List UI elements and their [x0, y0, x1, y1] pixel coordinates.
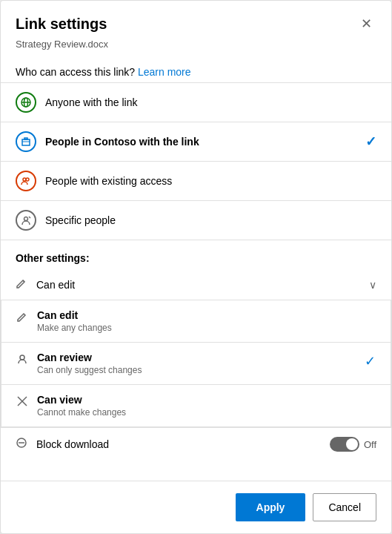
access-option-specific[interactable]: Specific people	[1, 201, 391, 240]
edit-icon	[16, 309, 28, 326]
review-title: Can review	[37, 352, 365, 363]
contoso-check: ✓	[365, 134, 376, 150]
review-icon	[16, 352, 28, 368]
permissions-dropdown[interactable]: Can edit ∨	[1, 270, 391, 300]
svg-rect-4	[24, 138, 27, 139]
review-desc: Can only suggest changes	[37, 365, 365, 375]
view-icon	[16, 394, 28, 410]
view-desc: Cannot make changes	[37, 407, 376, 418]
file-subtitle: Strategy Review.docx	[1, 39, 391, 59]
pencil-icon	[16, 277, 27, 292]
block-icon	[16, 437, 27, 452]
edit-desc: Make any changes	[37, 323, 376, 333]
svg-line-9	[29, 217, 30, 218]
dialog-title: Link settings	[16, 16, 107, 33]
access-options-list: Anyone with the link People in Contoso w…	[1, 82, 391, 240]
access-option-contoso[interactable]: People in Contoso with the link ✓	[1, 122, 391, 162]
toggle-container: Off	[330, 437, 376, 452]
view-title: Can view	[37, 394, 376, 406]
permission-view[interactable]: Can view Cannot make changes	[1, 385, 391, 426]
specific-icon	[16, 210, 36, 231]
block-download-toggle[interactable]	[330, 437, 359, 452]
existing-label: People with existing access	[45, 175, 172, 187]
permissions-options: Can edit Make any changes Can review Can…	[1, 300, 391, 427]
svg-point-8	[24, 217, 28, 221]
learn-more-link[interactable]: Learn more	[138, 66, 191, 78]
dialog-footer: Apply Cancel	[1, 481, 391, 533]
specific-label: Specific people	[45, 214, 116, 226]
toggle-state-label: Off	[364, 439, 376, 450]
access-option-anyone[interactable]: Anyone with the link	[1, 83, 391, 122]
apply-button[interactable]: Apply	[236, 493, 306, 521]
globe-icon	[16, 92, 36, 113]
other-settings-label: Other settings:	[1, 240, 391, 270]
block-download-row: Block download Off	[1, 427, 391, 461]
edit-title: Can edit	[37, 309, 376, 321]
permissions-current-label: Can edit	[36, 279, 369, 291]
block-download-label: Block download	[36, 438, 330, 450]
dialog-header: Link settings ✕	[1, 1, 391, 39]
contoso-label: People in Contoso with the link	[45, 136, 199, 148]
svg-point-7	[26, 178, 29, 181]
chevron-down-icon: ∨	[369, 279, 376, 291]
people-icon	[16, 171, 36, 191]
permission-review[interactable]: Can review Can only suggest changes ✓	[1, 343, 391, 385]
access-section-label: Who can access this link? Learn more	[1, 59, 391, 82]
access-option-existing[interactable]: People with existing access	[1, 162, 391, 201]
close-button[interactable]: ✕	[356, 16, 376, 32]
link-settings-dialog: Link settings ✕ Strategy Review.docx Who…	[0, 0, 392, 534]
anyone-label: Anyone with the link	[45, 96, 138, 108]
review-check: ✓	[365, 352, 376, 369]
svg-rect-3	[22, 139, 30, 145]
permission-edit[interactable]: Can edit Make any changes	[1, 300, 391, 343]
building-icon	[16, 131, 36, 152]
svg-point-10	[20, 355, 24, 360]
cancel-button[interactable]: Cancel	[313, 493, 376, 521]
